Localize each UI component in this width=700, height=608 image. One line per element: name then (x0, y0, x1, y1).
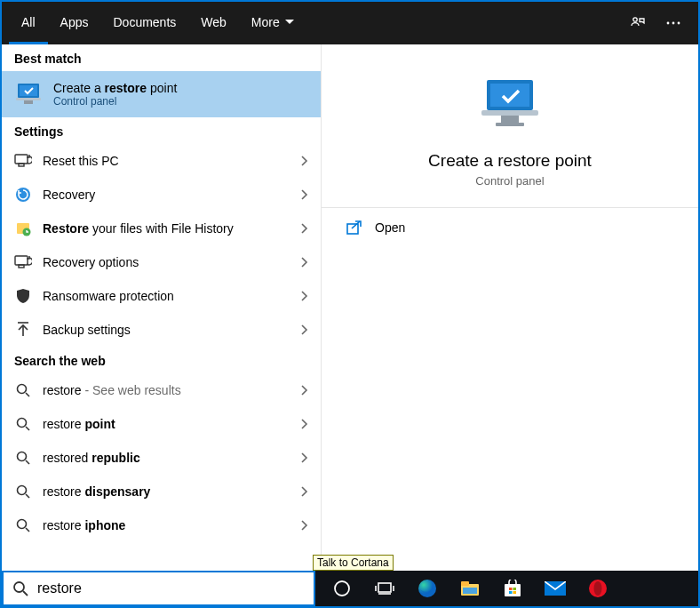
svg-rect-36 (509, 591, 513, 594)
preview-action-label: Open (375, 220, 405, 235)
filter-tabbar: All Apps Documents Web More (2, 2, 698, 44)
open-icon (346, 220, 362, 235)
edge-app-icon[interactable] (406, 571, 449, 606)
microsoft-store-icon[interactable] (491, 571, 534, 606)
chevron-right-icon (301, 452, 308, 463)
svg-rect-37 (513, 591, 517, 594)
svg-point-29 (418, 580, 436, 597)
svg-rect-8 (15, 155, 28, 164)
chevron-right-icon (301, 419, 308, 429)
svg-rect-24 (496, 123, 524, 126)
search-icon (12, 580, 28, 596)
svg-point-40 (594, 581, 602, 596)
web-item-label: restored republic (43, 451, 290, 465)
search-icon (14, 518, 32, 532)
taskbar (2, 571, 698, 606)
chevron-right-icon (301, 156, 308, 166)
file-history-icon (14, 220, 32, 236)
section-best-match: Best match (2, 44, 321, 71)
chevron-right-icon (301, 520, 308, 531)
best-match-result[interactable]: Create a restore point Control panel (2, 71, 321, 117)
svg-point-1 (667, 22, 670, 25)
preview-action-open[interactable]: Open (322, 208, 698, 247)
settings-item-label: Recovery (43, 188, 290, 202)
search-icon (14, 451, 32, 465)
web-item[interactable]: restored republic (2, 441, 321, 475)
svg-rect-31 (461, 581, 469, 586)
task-view-button[interactable] (363, 571, 406, 606)
shield-icon (14, 288, 32, 304)
web-item-label: restore iphone (43, 518, 290, 532)
svg-rect-9 (19, 164, 24, 166)
chevron-right-icon (301, 223, 308, 234)
settings-item-file-history[interactable]: Restore your files with File History (2, 212, 321, 245)
tab-apps[interactable]: Apps (48, 2, 101, 44)
svg-rect-23 (501, 116, 519, 123)
web-item[interactable]: restore dispensary (2, 475, 321, 508)
more-options-icon[interactable] (656, 2, 691, 44)
search-icon (14, 417, 32, 431)
svg-point-16 (18, 419, 27, 428)
settings-item-label: Backup settings (43, 323, 290, 337)
preview-pane: Create a restore point Control panel Ope… (322, 44, 698, 571)
file-explorer-icon[interactable] (449, 571, 491, 606)
search-input[interactable] (37, 580, 305, 596)
svg-rect-28 (378, 583, 391, 592)
recovery-icon (14, 187, 32, 203)
svg-point-26 (14, 582, 24, 592)
monitor-check-icon (14, 80, 43, 108)
chevron-right-icon (301, 257, 308, 268)
svg-rect-5 (20, 85, 37, 96)
tab-more-label: More (251, 15, 280, 29)
cortana-tooltip: Talk to Cortana (313, 555, 394, 571)
chevron-right-icon (301, 486, 308, 497)
chevron-right-icon (301, 324, 308, 335)
svg-point-2 (672, 22, 675, 25)
svg-point-18 (18, 486, 27, 495)
tab-documents[interactable]: Documents (100, 2, 188, 44)
chevron-right-icon (301, 189, 308, 200)
settings-item-recovery[interactable]: Recovery (2, 178, 321, 212)
svg-point-27 (335, 581, 349, 596)
web-item-label: restore dispensary (43, 484, 290, 499)
svg-rect-32 (463, 588, 477, 594)
svg-rect-7 (24, 100, 33, 104)
web-item[interactable]: restore iphone (2, 508, 321, 542)
mail-app-icon[interactable] (534, 571, 577, 606)
recovery-options-icon (14, 255, 32, 269)
settings-item-reset-pc[interactable]: Reset this PC (2, 144, 321, 178)
caret-down-icon (285, 20, 294, 25)
svg-point-15 (18, 385, 27, 394)
settings-item-ransomware[interactable]: Ransomware protection (2, 279, 321, 313)
chevron-right-icon (301, 291, 308, 301)
section-search-web: Search the web (2, 347, 321, 373)
svg-rect-22 (481, 110, 538, 116)
section-settings: Settings (2, 117, 321, 144)
tab-web[interactable]: Web (188, 2, 239, 44)
web-item[interactable]: restore point (2, 407, 321, 441)
feedback-icon[interactable] (620, 2, 656, 44)
web-item[interactable]: restore - See web results (2, 373, 321, 407)
settings-item-label: Ransomware protection (43, 289, 290, 303)
best-match-subtitle: Control panel (53, 95, 177, 108)
tab-all[interactable]: All (9, 2, 48, 44)
svg-rect-25 (347, 224, 358, 234)
search-icon (14, 484, 32, 499)
opera-app-icon[interactable] (577, 571, 619, 606)
chevron-right-icon (301, 385, 308, 396)
svg-point-19 (18, 520, 27, 529)
svg-rect-13 (15, 256, 28, 265)
results-list: Best match Create a restore point (2, 44, 322, 571)
svg-point-3 (678, 22, 680, 25)
settings-item-backup[interactable]: Backup settings (2, 313, 321, 347)
svg-rect-14 (19, 265, 24, 268)
tab-more[interactable]: More (239, 2, 306, 44)
web-item-label: restore - See web results (43, 383, 290, 397)
cortana-button[interactable] (321, 571, 363, 606)
svg-point-17 (18, 452, 27, 461)
search-box[interactable] (2, 571, 315, 606)
svg-rect-33 (505, 584, 521, 596)
settings-item-recovery-options[interactable]: Recovery options (2, 245, 321, 279)
settings-item-label: Recovery options (43, 255, 290, 269)
settings-item-label: Restore your files with File History (43, 221, 290, 236)
